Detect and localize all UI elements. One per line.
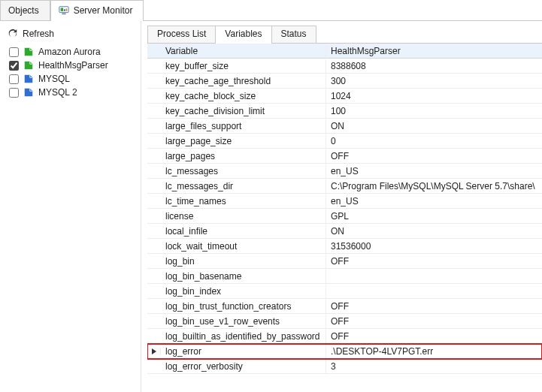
table-row[interactable]: log_bin_index	[147, 284, 542, 299]
variable-name-cell: large_page_size	[161, 134, 326, 148]
table-row[interactable]: lock_wait_timeout31536000	[147, 239, 542, 254]
variable-name-cell: local_infile	[161, 225, 326, 238]
variable-value-cell: 8388608	[326, 59, 542, 73]
table-row[interactable]: log_builtin_as_identified_by_passwordOFF	[147, 329, 542, 344]
table-row[interactable]: log_error.\DESKTOP-4LV7PGT.err	[147, 344, 542, 359]
table-row[interactable]: log_bin_basename	[147, 269, 542, 284]
variable-name-cell: log_builtin_as_identified_by_password	[161, 330, 326, 343]
table-row[interactable]: lc_messages_dirC:\Program Files\MySQL\My…	[147, 179, 542, 194]
grid-col-variable[interactable]: Variable	[161, 44, 326, 58]
refresh-label: Refresh	[23, 29, 54, 39]
database-icon	[23, 47, 34, 57]
variable-name-cell: log_bin	[161, 255, 326, 268]
table-row[interactable]: lc_time_namesen_US	[147, 194, 542, 209]
variable-name-cell: log_bin_use_v1_row_events	[161, 315, 326, 328]
variable-name-cell: lc_messages	[161, 164, 326, 178]
variable-name-cell: large_pages	[161, 149, 326, 163]
server-label: MYSQL 2	[38, 87, 77, 98]
server-checkbox[interactable]	[9, 47, 19, 57]
server-checkbox[interactable]	[9, 74, 19, 84]
database-icon	[23, 87, 34, 98]
variable-value-cell	[326, 290, 542, 293]
variable-name-cell: log_bin_basename	[161, 270, 326, 283]
table-row[interactable]: key_cache_age_threshold300	[147, 74, 542, 89]
table-row[interactable]: licenseGPL	[147, 209, 542, 224]
variable-name-cell: large_files_support	[161, 119, 326, 133]
variable-value-cell: C:\Program Files\MySQL\MySQL Server 5.7\…	[326, 179, 542, 193]
subtab-status[interactable]: Status	[271, 26, 316, 43]
server-item[interactable]: HealthMsgParser	[6, 59, 135, 72]
variable-name-cell: log_bin_index	[161, 285, 326, 298]
variable-value-cell: OFF	[326, 149, 542, 163]
server-item[interactable]: MYSQL 2	[6, 86, 135, 99]
variable-name-cell: key_cache_division_limit	[161, 104, 326, 118]
server-label: Amazon Aurora	[38, 47, 101, 57]
table-row[interactable]: key_buffer_size8388608	[147, 59, 542, 74]
server-monitor-icon	[59, 5, 69, 16]
server-item[interactable]: MYSQL	[6, 72, 135, 86]
row-selected-indicator-icon	[151, 348, 157, 355]
row-gutter	[147, 348, 161, 355]
variable-value-cell: 300	[326, 74, 542, 88]
variable-name-cell: log_bin_trust_function_creators	[161, 300, 326, 313]
variable-value-cell	[326, 275, 542, 278]
table-row[interactable]: log_error_verbosity3	[147, 359, 542, 374]
server-checkbox[interactable]	[9, 61, 19, 71]
variable-value-cell: 1024	[326, 89, 542, 103]
variable-value-cell: 3	[326, 360, 542, 373]
tab-server-monitor-label: Server Monitor	[74, 5, 133, 16]
svg-rect-3	[65, 8, 67, 11]
variable-value-cell: OFF	[326, 315, 542, 328]
database-icon	[23, 74, 34, 84]
top-tabbar: Objects Server Monitor	[0, 0, 542, 21]
table-row[interactable]: log_binOFF	[147, 254, 542, 269]
tab-objects[interactable]: Objects	[0, 0, 50, 20]
subtab-process-list[interactable]: Process List	[147, 26, 216, 43]
grid-col-value[interactable]: HealthMsgParser	[326, 44, 542, 58]
table-row[interactable]: log_bin_use_v1_row_eventsOFF	[147, 314, 542, 329]
variable-value-cell: ON	[326, 119, 542, 133]
variable-name-cell: lc_time_names	[161, 194, 326, 208]
server-item[interactable]: Amazon Aurora	[6, 45, 135, 59]
table-row[interactable]: key_cache_division_limit100	[147, 104, 542, 119]
variable-name-cell: log_error_verbosity	[161, 360, 326, 373]
refresh-icon	[8, 29, 18, 39]
content-pane: Process List Variables Status Variable H…	[141, 21, 542, 392]
table-row[interactable]: large_pagesOFF	[147, 149, 542, 164]
variable-name-cell: lc_messages_dir	[161, 179, 326, 193]
variable-value-cell: OFF	[326, 255, 542, 268]
table-row[interactable]: lc_messagesen_US	[147, 164, 542, 179]
table-row[interactable]: key_cache_block_size1024	[147, 89, 542, 104]
tab-server-monitor[interactable]: Server Monitor	[50, 0, 144, 20]
server-label: MYSQL	[38, 74, 70, 84]
variables-grid[interactable]: Variable HealthMsgParser key_buffer_size…	[147, 44, 542, 392]
sidebar: Refresh Amazon AuroraHealthMsgParserMYSQ…	[0, 21, 141, 392]
variable-value-cell: GPL	[326, 210, 542, 223]
svg-rect-2	[64, 9, 65, 11]
table-row[interactable]: large_files_supportON	[147, 119, 542, 134]
server-label: HealthMsgParser	[38, 60, 108, 71]
subtab-status-label: Status	[281, 29, 307, 39]
variable-name-cell: lock_wait_timeout	[161, 240, 326, 253]
variable-value-cell: OFF	[326, 300, 542, 313]
svg-rect-1	[60, 8, 63, 11]
table-row[interactable]: large_page_size0	[147, 134, 542, 149]
variable-value-cell: en_US	[326, 194, 542, 208]
variable-value-cell: en_US	[326, 164, 542, 178]
variable-value-cell: .\DESKTOP-4LV7PGT.err	[326, 345, 542, 358]
refresh-button[interactable]: Refresh	[3, 26, 138, 45]
table-row[interactable]: log_bin_trust_function_creatorsOFF	[147, 299, 542, 314]
database-icon	[23, 60, 34, 71]
variable-name-cell: key_buffer_size	[161, 59, 326, 73]
subtab-variables[interactable]: Variables	[215, 26, 271, 43]
variable-name-cell: license	[161, 210, 326, 223]
table-row[interactable]: local_infileON	[147, 224, 542, 239]
variable-name-cell: key_cache_block_size	[161, 89, 326, 103]
tab-objects-label: Objects	[8, 5, 39, 16]
variable-name-cell: key_cache_age_threshold	[161, 74, 326, 88]
variable-value-cell: 100	[326, 104, 542, 118]
subtab-process-list-label: Process List	[157, 29, 206, 39]
variable-value-cell: ON	[326, 225, 542, 238]
main-area: Refresh Amazon AuroraHealthMsgParserMYSQ…	[0, 21, 542, 392]
server-checkbox[interactable]	[9, 88, 19, 98]
